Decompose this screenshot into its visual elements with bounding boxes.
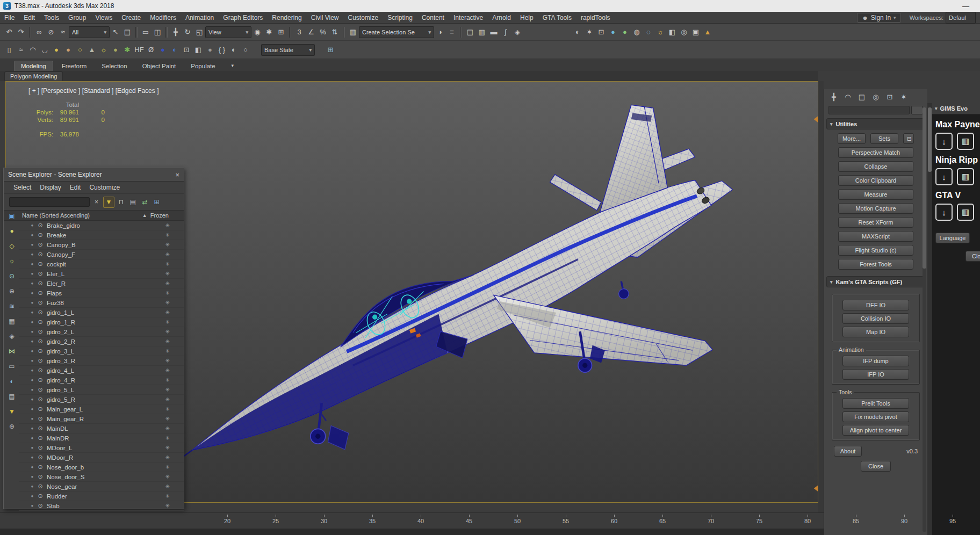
scene-object-row[interactable]: ● ⊙ Canopy_B ✳ xyxy=(19,240,184,250)
navy-sphere-icon[interactable]: ● xyxy=(157,44,169,56)
conform-brush-icon[interactable]: ◠ xyxy=(27,44,39,56)
eye-icon[interactable]: ⊙ xyxy=(36,309,45,316)
visibility-dot-icon[interactable]: ● xyxy=(28,339,36,344)
frozen-icon[interactable]: ✳ xyxy=(165,367,170,373)
utilities-rollout-header[interactable]: ▾ Utilities xyxy=(826,118,925,129)
utility-button[interactable]: Motion Capture xyxy=(838,203,913,214)
timeline-tick[interactable]: 75 xyxy=(735,513,783,524)
scene-explorer-menu-item[interactable]: Customize xyxy=(89,184,120,191)
scene-object-row[interactable]: ● ⊙ Main_gear_R ✳ xyxy=(19,414,184,424)
utilities-tab-icon[interactable]: ✶ xyxy=(897,91,910,103)
eye-icon[interactable]: ⊙ xyxy=(36,444,45,451)
geosphere-icon[interactable]: ● xyxy=(110,44,121,56)
eye-icon[interactable]: ⊙ xyxy=(36,464,45,471)
frozen-icon[interactable]: ✳ xyxy=(165,406,170,412)
visibility-dot-icon[interactable]: ● xyxy=(28,416,36,421)
pin-explorer-icon[interactable]: ⊕ xyxy=(7,422,17,431)
display-helpers-icon[interactable]: ⊕ xyxy=(7,286,17,296)
frozen-icon[interactable]: ✳ xyxy=(165,290,170,296)
ribbon-tab[interactable]: Modeling xyxy=(14,61,53,71)
about-button[interactable]: About xyxy=(834,446,862,457)
viewport-layout-icon[interactable]: ▯ xyxy=(3,44,15,56)
scene-object-row[interactable]: ● ⊙ Breake ✳ xyxy=(19,230,184,240)
scene-object-row[interactable]: ● ⊙ Eler_R ✳ xyxy=(19,279,184,288)
frozen-icon[interactable]: ✳ xyxy=(165,338,170,344)
foliage-icon[interactable]: ✱ xyxy=(121,44,133,56)
eye-icon[interactable]: ⊙ xyxy=(36,435,45,442)
white-ball-icon[interactable]: ○ xyxy=(240,44,251,56)
visibility-dot-icon[interactable]: ● xyxy=(28,455,36,460)
more-utilities-button[interactable]: More... xyxy=(838,133,866,144)
render-setup-icon[interactable]: ✶ xyxy=(583,26,595,38)
display-groups-icon[interactable]: ▦ xyxy=(7,316,17,326)
scene-object-row[interactable]: ● ⊙ gidro_4_R ✳ xyxy=(19,375,184,385)
visibility-dot-icon[interactable]: ● xyxy=(28,445,36,450)
scene-object-row[interactable]: ● ⊙ cockpit ✳ xyxy=(19,259,184,269)
frozen-icon[interactable]: ✳ xyxy=(165,319,170,325)
menu-item[interactable]: Help xyxy=(520,14,534,21)
visibility-dot-icon[interactable]: ● xyxy=(28,349,36,353)
menu-item[interactable]: Edit xyxy=(24,14,35,21)
scene-object-row[interactable]: ● ⊙ gidro_5_R ✳ xyxy=(19,395,184,404)
scene-object-row[interactable]: ● ⊙ Fuz38 ✳ xyxy=(19,298,184,308)
configure-columns-icon[interactable]: ▤ xyxy=(128,197,138,207)
timeline-tick[interactable]: 35 xyxy=(348,513,397,524)
frozen-icon[interactable]: ✳ xyxy=(165,435,170,441)
io-button[interactable]: Collision IO xyxy=(842,313,909,324)
scene-object-row[interactable]: ● ⊙ gidro_4_L ✳ xyxy=(19,366,184,375)
state-sets-icon[interactable]: ▣ xyxy=(690,26,702,38)
display-cameras-icon[interactable]: ⊙ xyxy=(7,271,17,281)
eye-icon[interactable]: ⊙ xyxy=(36,299,45,306)
visibility-dot-icon[interactable]: ● xyxy=(28,494,36,498)
render-iterative-icon[interactable]: ● xyxy=(619,26,631,38)
percent-snap-icon[interactable]: % xyxy=(317,26,329,38)
download-icon[interactable]: ↓ xyxy=(935,133,953,150)
selection-filter-dropdown[interactable]: All▾ xyxy=(69,26,110,38)
frozen-icon[interactable]: ✳ xyxy=(165,445,170,451)
utility-name-field[interactable] xyxy=(828,106,910,114)
scene-object-row[interactable]: ● ⊙ Eler_L ✳ xyxy=(19,269,184,279)
select-and-move-icon[interactable]: ╋ xyxy=(170,26,182,38)
gims-close-button[interactable]: Clos xyxy=(965,251,980,262)
camera-view-icon[interactable]: ⊡ xyxy=(181,44,192,56)
scene-explorer-menu-item[interactable]: Display xyxy=(40,184,61,191)
trash-icon[interactable]: ▥ xyxy=(957,133,974,150)
scene-object-row[interactable]: ● ⊙ Stab ✳ xyxy=(19,501,184,511)
scene-object-row[interactable]: ● ⊙ Nose_door_b ✳ xyxy=(19,462,184,472)
timeline-tick[interactable]: 60 xyxy=(590,513,638,524)
eye-icon[interactable]: ⊙ xyxy=(36,348,45,355)
timeline-tick[interactable]: 85 xyxy=(832,513,880,524)
timeline-tick[interactable]: 65 xyxy=(638,513,687,524)
frozen-icon[interactable]: ✳ xyxy=(165,416,170,422)
frozen-icon[interactable]: ✳ xyxy=(165,396,170,402)
frozen-icon[interactable]: ✳ xyxy=(165,232,170,238)
rendered-frame-window-icon[interactable]: ⊡ xyxy=(595,26,607,38)
scene-explorer-column-header[interactable]: Name (Sorted Ascending) ▲ Frozen xyxy=(4,210,184,221)
menu-item[interactable]: Animation xyxy=(185,14,214,21)
visibility-dot-icon[interactable]: ● xyxy=(28,465,36,469)
visibility-dot-icon[interactable]: ● xyxy=(28,271,36,276)
timeline-tick[interactable]: 25 xyxy=(251,513,300,524)
diameter-icon[interactable]: Ø xyxy=(145,44,157,56)
window-crossing-icon[interactable]: ◫ xyxy=(152,26,163,38)
eye-icon[interactable]: ⊙ xyxy=(36,493,45,500)
menu-item[interactable]: Modifiers xyxy=(150,14,176,21)
timeline-tick[interactable]: 95 xyxy=(928,513,977,524)
visibility-dot-icon[interactable]: ● xyxy=(28,378,36,382)
scene-object-row[interactable]: ● ⊙ gidro_2_L ✳ xyxy=(19,327,184,337)
timeline-tick[interactable]: 80 xyxy=(783,513,832,524)
frozen-icon[interactable]: ✳ xyxy=(165,503,170,509)
visibility-dot-icon[interactable]: ● xyxy=(28,368,36,373)
menu-item[interactable]: Tools xyxy=(44,14,59,21)
filter-funnel-icon[interactable]: ▼ xyxy=(103,197,114,208)
exposure-control-icon[interactable]: ◧ xyxy=(666,26,678,38)
material-ball-icon[interactable]: ◐ xyxy=(228,44,240,56)
eye-icon[interactable]: ⊙ xyxy=(36,328,45,335)
scene-object-row[interactable]: ● ⊙ gidro_5_L ✳ xyxy=(19,385,184,395)
timeline-tick[interactable]: 40 xyxy=(397,513,445,524)
utility-button[interactable]: Flight Studio (c) xyxy=(838,245,913,256)
frozen-icon[interactable]: ✳ xyxy=(165,222,170,228)
eye-icon[interactable]: ⊙ xyxy=(36,386,45,393)
frozen-icon[interactable]: ✳ xyxy=(165,493,170,499)
scene-explorer-titlebar[interactable]: Scene Explorer - Scene Explorer × xyxy=(4,168,184,182)
